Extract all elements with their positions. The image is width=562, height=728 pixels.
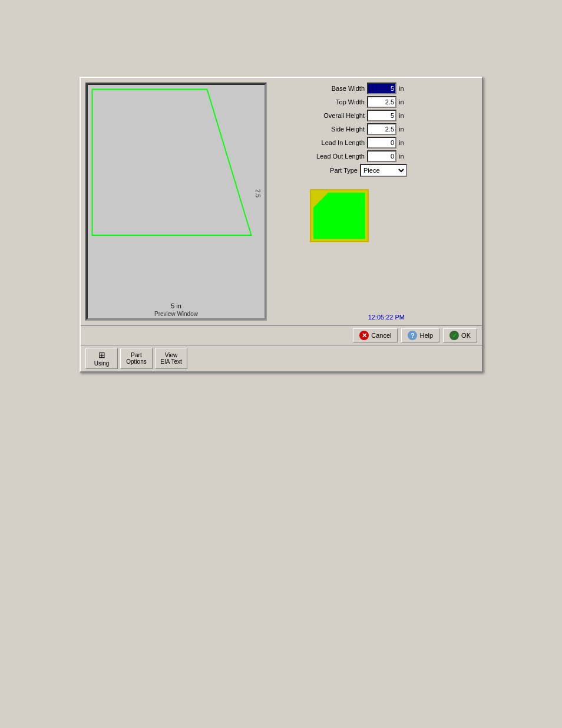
toolbar-view-eia-label: ViewEIA Text [160,352,182,365]
toolbar-using-icon: ⊞ [98,350,105,360]
cancel-icon: ✕ [359,331,369,340]
thumbnail-section [272,189,407,242]
preview-canvas: 2.5 [88,85,265,301]
preview-window-label: Preview Window [88,311,265,318]
help-label: Help [419,332,433,339]
side-height-label: Side Height [309,126,365,133]
bottom-measurement-label: 5 in [88,301,265,311]
toolbar-view-eia-button[interactable]: ViewEIA Text [155,348,187,369]
toolbar-using-label: Using [94,360,110,367]
top-width-unit: in [399,98,407,106]
thumbnail-preview [310,189,369,242]
base-width-unit: in [399,85,407,92]
top-width-input[interactable] [367,96,396,108]
right-panel: Base Width in Top Width in Overall Heigh… [272,83,407,321]
toolbar: ⊞ Using PartOptions ViewEIA Text [81,345,482,371]
part-type-select[interactable]: Piece [360,164,407,177]
lead-out-row: Lead Out Length in [272,150,407,162]
toolbar-part-options-label: PartOptions [126,352,146,365]
side-height-unit: in [399,126,407,133]
overall-height-input[interactable] [367,110,396,121]
preview-panel: 2.5 5 in Preview Window [85,83,267,321]
overall-height-unit: in [399,112,407,119]
overall-height-label: Overall Height [309,112,365,119]
cancel-button[interactable]: ✕ Cancel [353,328,398,342]
cancel-label: Cancel [371,332,391,339]
part-type-row: Part Type Piece [272,164,407,177]
ok-label: OK [461,332,471,339]
help-icon: ? [408,331,417,340]
svg-marker-2 [313,193,365,239]
side-height-row: Side Height in [272,123,407,135]
action-buttons-row: ✕ Cancel ? Help ✓ OK [81,325,482,345]
lead-in-row: Lead In Length in [272,137,407,149]
base-width-row: Base Width in [272,83,407,94]
top-width-row: Top Width in [272,96,407,108]
help-button[interactable]: ? Help [401,328,439,342]
svg-rect-0 [88,85,265,258]
main-dialog: 2.5 5 in Preview Window Base Width in To… [80,77,483,373]
top-width-label: Top Width [309,98,365,106]
side-label: 2.5 [255,189,262,197]
lead-out-label: Lead Out Length [309,153,365,160]
ok-button[interactable]: ✓ OK [443,328,477,342]
lead-in-input[interactable] [367,137,396,149]
lead-in-unit: in [399,139,407,146]
lead-out-unit: in [399,153,407,160]
toolbar-part-options-button[interactable]: PartOptions [120,348,153,369]
side-height-input[interactable] [367,123,396,135]
lead-in-label: Lead In Length [309,139,365,146]
time-display: 12:05:22 PM [272,314,407,321]
lead-out-input[interactable] [367,150,396,162]
fields-section: Base Width in Top Width in Overall Heigh… [272,83,407,177]
overall-height-row: Overall Height in [272,110,407,121]
toolbar-using-button[interactable]: ⊞ Using [85,348,118,369]
part-type-label: Part Type [302,167,358,174]
base-width-input[interactable] [367,83,396,94]
base-width-label: Base Width [309,85,365,92]
ok-icon: ✓ [449,331,459,340]
